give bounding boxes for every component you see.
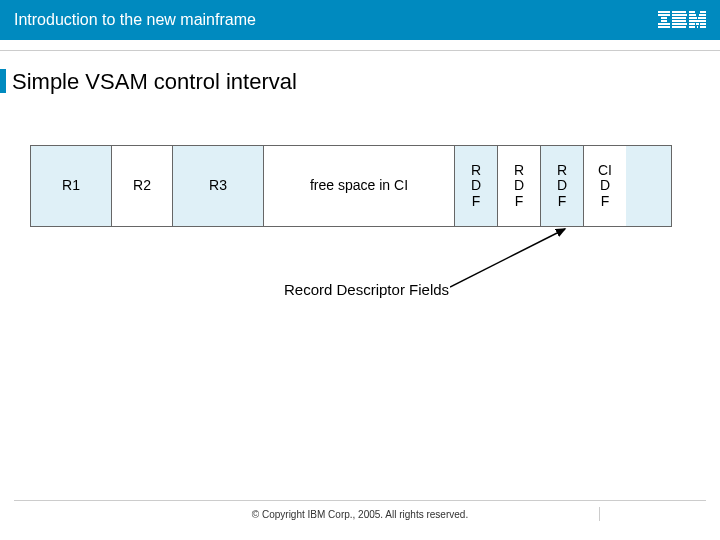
svg-line-28 — [450, 229, 565, 287]
svg-rect-12 — [689, 11, 695, 13]
divider — [0, 50, 720, 51]
ci-diagram: R1 R2 R3 free space in CI RDF RDF RDF CI… — [30, 145, 700, 315]
cell-rdf-3: RDF — [541, 146, 584, 226]
svg-rect-26 — [700, 26, 706, 28]
svg-rect-24 — [689, 26, 695, 28]
svg-rect-10 — [672, 23, 687, 25]
rdf-annotation: Record Descriptor Fields — [284, 281, 449, 298]
svg-rect-13 — [700, 11, 706, 13]
svg-rect-6 — [672, 11, 686, 13]
svg-rect-2 — [661, 17, 667, 19]
svg-rect-8 — [672, 17, 686, 19]
title-accent — [0, 69, 6, 93]
slide-title: Simple VSAM control interval — [12, 69, 297, 95]
svg-rect-17 — [698, 17, 706, 19]
svg-rect-20 — [700, 20, 706, 22]
svg-rect-16 — [689, 17, 697, 19]
header-title: Introduction to the new mainframe — [14, 11, 256, 29]
svg-rect-15 — [699, 14, 706, 16]
footer-vertical-divider — [599, 507, 600, 521]
svg-rect-25 — [697, 26, 698, 28]
svg-rect-9 — [672, 20, 686, 22]
svg-rect-5 — [658, 26, 670, 28]
svg-rect-3 — [661, 20, 667, 22]
svg-rect-22 — [696, 23, 699, 25]
svg-rect-21 — [689, 23, 695, 25]
arrow-icon — [450, 225, 610, 295]
ci-row: R1 R2 R3 free space in CI RDF RDF RDF CI… — [30, 145, 672, 227]
cell-rdf-1: RDF — [455, 146, 498, 226]
cell-r2: R2 — [112, 146, 173, 226]
cell-r3: R3 — [173, 146, 264, 226]
slide-title-row: Simple VSAM control interval — [0, 69, 720, 95]
header-bar: Introduction to the new mainframe — [0, 0, 720, 40]
svg-rect-0 — [658, 11, 670, 13]
svg-rect-7 — [672, 14, 687, 16]
svg-rect-1 — [658, 14, 670, 16]
cell-rdf-2: RDF — [498, 146, 541, 226]
footer: © Copyright IBM Corp., 2005. All rights … — [0, 500, 720, 520]
svg-rect-4 — [658, 23, 670, 25]
svg-rect-11 — [672, 26, 686, 28]
cell-r1: R1 — [31, 146, 112, 226]
copyright-text: © Copyright IBM Corp., 2005. All rights … — [252, 509, 468, 520]
svg-rect-14 — [689, 14, 696, 16]
cell-cidf: CIDF — [584, 146, 626, 226]
ibm-logo-icon — [658, 11, 706, 29]
footer-divider-line — [14, 500, 706, 501]
cell-free: free space in CI — [264, 146, 455, 226]
svg-rect-19 — [694, 20, 701, 22]
svg-rect-23 — [700, 23, 706, 25]
